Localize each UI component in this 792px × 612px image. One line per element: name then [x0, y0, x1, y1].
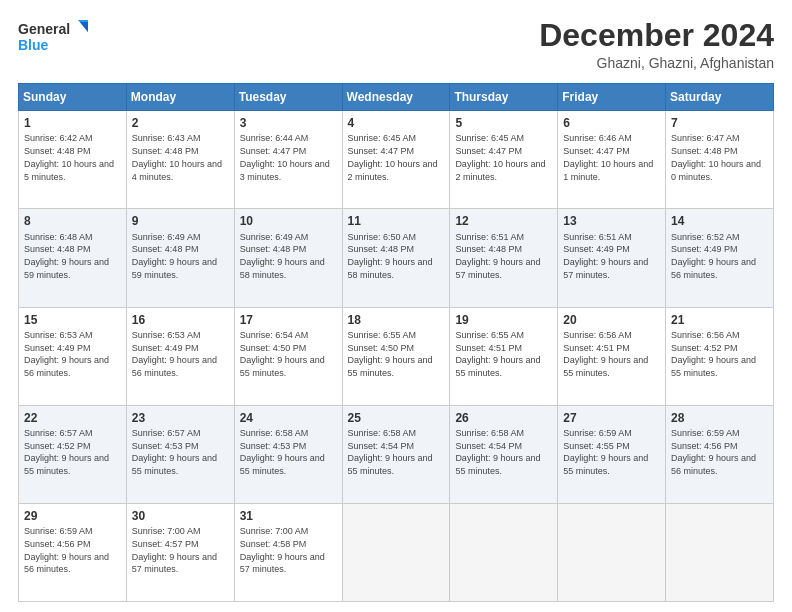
- day-number: 13: [563, 213, 660, 229]
- day-info: Sunrise: 7:00 AMSunset: 4:58 PMDaylight:…: [240, 526, 325, 574]
- day-info: Sunrise: 6:44 AMSunset: 4:47 PMDaylight:…: [240, 133, 330, 181]
- week-row-5: 29Sunrise: 6:59 AMSunset: 4:56 PMDayligh…: [19, 503, 774, 601]
- col-header-thursday: Thursday: [450, 84, 558, 111]
- table-cell: 3Sunrise: 6:44 AMSunset: 4:47 PMDaylight…: [234, 111, 342, 209]
- generalblue-logo-icon: General Blue: [18, 18, 88, 56]
- day-number: 20: [563, 312, 660, 328]
- calendar-table: SundayMondayTuesdayWednesdayThursdayFrid…: [18, 83, 774, 602]
- week-row-3: 15Sunrise: 6:53 AMSunset: 4:49 PMDayligh…: [19, 307, 774, 405]
- week-row-2: 8Sunrise: 6:48 AMSunset: 4:48 PMDaylight…: [19, 209, 774, 307]
- day-number: 7: [671, 115, 768, 131]
- logo: General Blue: [18, 18, 88, 56]
- day-info: Sunrise: 6:45 AMSunset: 4:47 PMDaylight:…: [455, 133, 545, 181]
- day-number: 24: [240, 410, 337, 426]
- day-number: 21: [671, 312, 768, 328]
- day-number: 3: [240, 115, 337, 131]
- day-info: Sunrise: 6:55 AMSunset: 4:50 PMDaylight:…: [348, 330, 433, 378]
- day-info: Sunrise: 6:46 AMSunset: 4:47 PMDaylight:…: [563, 133, 653, 181]
- col-header-monday: Monday: [126, 84, 234, 111]
- table-cell: 21Sunrise: 6:56 AMSunset: 4:52 PMDayligh…: [666, 307, 774, 405]
- svg-text:Blue: Blue: [18, 37, 49, 53]
- day-number: 30: [132, 508, 229, 524]
- day-number: 2: [132, 115, 229, 131]
- day-info: Sunrise: 6:55 AMSunset: 4:51 PMDaylight:…: [455, 330, 540, 378]
- day-number: 23: [132, 410, 229, 426]
- day-info: Sunrise: 6:59 AMSunset: 4:56 PMDaylight:…: [24, 526, 109, 574]
- day-number: 5: [455, 115, 552, 131]
- table-cell: 29Sunrise: 6:59 AMSunset: 4:56 PMDayligh…: [19, 503, 127, 601]
- table-cell: 24Sunrise: 6:58 AMSunset: 4:53 PMDayligh…: [234, 405, 342, 503]
- week-row-4: 22Sunrise: 6:57 AMSunset: 4:52 PMDayligh…: [19, 405, 774, 503]
- table-cell: 14Sunrise: 6:52 AMSunset: 4:49 PMDayligh…: [666, 209, 774, 307]
- table-cell: [558, 503, 666, 601]
- table-cell: [450, 503, 558, 601]
- table-cell: 22Sunrise: 6:57 AMSunset: 4:52 PMDayligh…: [19, 405, 127, 503]
- day-number: 28: [671, 410, 768, 426]
- table-cell: 10Sunrise: 6:49 AMSunset: 4:48 PMDayligh…: [234, 209, 342, 307]
- page: General Blue December 2024 Ghazni, Ghazn…: [0, 0, 792, 612]
- table-cell: 1Sunrise: 6:42 AMSunset: 4:48 PMDaylight…: [19, 111, 127, 209]
- table-cell: 20Sunrise: 6:56 AMSunset: 4:51 PMDayligh…: [558, 307, 666, 405]
- day-number: 18: [348, 312, 445, 328]
- day-number: 26: [455, 410, 552, 426]
- day-info: Sunrise: 6:57 AMSunset: 4:53 PMDaylight:…: [132, 428, 217, 476]
- day-info: Sunrise: 6:51 AMSunset: 4:49 PMDaylight:…: [563, 232, 648, 280]
- day-number: 10: [240, 213, 337, 229]
- table-cell: 13Sunrise: 6:51 AMSunset: 4:49 PMDayligh…: [558, 209, 666, 307]
- location: Ghazni, Ghazni, Afghanistan: [539, 55, 774, 71]
- day-info: Sunrise: 7:00 AMSunset: 4:57 PMDaylight:…: [132, 526, 217, 574]
- day-number: 31: [240, 508, 337, 524]
- day-info: Sunrise: 6:54 AMSunset: 4:50 PMDaylight:…: [240, 330, 325, 378]
- day-number: 16: [132, 312, 229, 328]
- day-info: Sunrise: 6:51 AMSunset: 4:48 PMDaylight:…: [455, 232, 540, 280]
- day-number: 8: [24, 213, 121, 229]
- day-info: Sunrise: 6:58 AMSunset: 4:54 PMDaylight:…: [348, 428, 433, 476]
- day-number: 17: [240, 312, 337, 328]
- day-info: Sunrise: 6:43 AMSunset: 4:48 PMDaylight:…: [132, 133, 222, 181]
- table-cell: [666, 503, 774, 601]
- day-info: Sunrise: 6:45 AMSunset: 4:47 PMDaylight:…: [348, 133, 438, 181]
- day-number: 19: [455, 312, 552, 328]
- day-number: 27: [563, 410, 660, 426]
- col-header-friday: Friday: [558, 84, 666, 111]
- table-cell: 8Sunrise: 6:48 AMSunset: 4:48 PMDaylight…: [19, 209, 127, 307]
- table-cell: 17Sunrise: 6:54 AMSunset: 4:50 PMDayligh…: [234, 307, 342, 405]
- day-number: 6: [563, 115, 660, 131]
- col-header-saturday: Saturday: [666, 84, 774, 111]
- day-info: Sunrise: 6:53 AMSunset: 4:49 PMDaylight:…: [24, 330, 109, 378]
- day-number: 9: [132, 213, 229, 229]
- table-cell: [342, 503, 450, 601]
- day-info: Sunrise: 6:53 AMSunset: 4:49 PMDaylight:…: [132, 330, 217, 378]
- day-info: Sunrise: 6:56 AMSunset: 4:51 PMDaylight:…: [563, 330, 648, 378]
- day-info: Sunrise: 6:42 AMSunset: 4:48 PMDaylight:…: [24, 133, 114, 181]
- table-cell: 4Sunrise: 6:45 AMSunset: 4:47 PMDaylight…: [342, 111, 450, 209]
- table-cell: 26Sunrise: 6:58 AMSunset: 4:54 PMDayligh…: [450, 405, 558, 503]
- table-cell: 5Sunrise: 6:45 AMSunset: 4:47 PMDaylight…: [450, 111, 558, 209]
- table-cell: 2Sunrise: 6:43 AMSunset: 4:48 PMDaylight…: [126, 111, 234, 209]
- day-number: 11: [348, 213, 445, 229]
- day-number: 15: [24, 312, 121, 328]
- table-cell: 6Sunrise: 6:46 AMSunset: 4:47 PMDaylight…: [558, 111, 666, 209]
- day-info: Sunrise: 6:49 AMSunset: 4:48 PMDaylight:…: [240, 232, 325, 280]
- day-info: Sunrise: 6:59 AMSunset: 4:55 PMDaylight:…: [563, 428, 648, 476]
- col-header-sunday: Sunday: [19, 84, 127, 111]
- day-info: Sunrise: 6:59 AMSunset: 4:56 PMDaylight:…: [671, 428, 756, 476]
- col-header-wednesday: Wednesday: [342, 84, 450, 111]
- table-cell: 27Sunrise: 6:59 AMSunset: 4:55 PMDayligh…: [558, 405, 666, 503]
- table-cell: 11Sunrise: 6:50 AMSunset: 4:48 PMDayligh…: [342, 209, 450, 307]
- day-info: Sunrise: 6:52 AMSunset: 4:49 PMDaylight:…: [671, 232, 756, 280]
- day-number: 22: [24, 410, 121, 426]
- day-info: Sunrise: 6:56 AMSunset: 4:52 PMDaylight:…: [671, 330, 756, 378]
- day-number: 14: [671, 213, 768, 229]
- table-cell: 18Sunrise: 6:55 AMSunset: 4:50 PMDayligh…: [342, 307, 450, 405]
- table-cell: 12Sunrise: 6:51 AMSunset: 4:48 PMDayligh…: [450, 209, 558, 307]
- table-cell: 28Sunrise: 6:59 AMSunset: 4:56 PMDayligh…: [666, 405, 774, 503]
- day-info: Sunrise: 6:50 AMSunset: 4:48 PMDaylight:…: [348, 232, 433, 280]
- day-info: Sunrise: 6:47 AMSunset: 4:48 PMDaylight:…: [671, 133, 761, 181]
- col-header-tuesday: Tuesday: [234, 84, 342, 111]
- day-info: Sunrise: 6:58 AMSunset: 4:54 PMDaylight:…: [455, 428, 540, 476]
- day-info: Sunrise: 6:57 AMSunset: 4:52 PMDaylight:…: [24, 428, 109, 476]
- day-number: 1: [24, 115, 121, 131]
- day-info: Sunrise: 6:49 AMSunset: 4:48 PMDaylight:…: [132, 232, 217, 280]
- table-cell: 9Sunrise: 6:49 AMSunset: 4:48 PMDaylight…: [126, 209, 234, 307]
